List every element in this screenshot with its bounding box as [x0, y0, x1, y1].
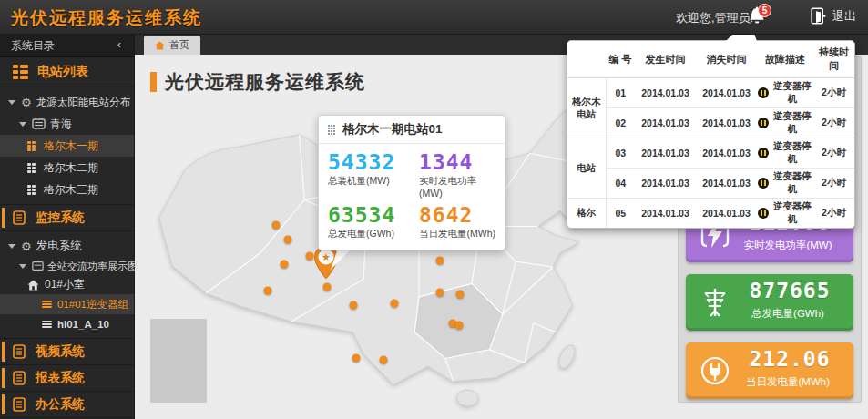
folder-panel-icon	[32, 117, 46, 131]
card-total-generation[interactable]: 877665 总发电量(GWh)	[686, 274, 853, 331]
metric-label: 总装机量(MW)	[328, 175, 415, 188]
cell-duration: 2小时	[813, 169, 854, 199]
station-group-label: 格尔	[567, 199, 606, 229]
alarm-count-badge: 5	[758, 4, 771, 17]
metric-total-generation: 63534 总发电量(GWh)	[328, 204, 415, 240]
sidebar-collapse-button[interactable]: ‹	[112, 38, 127, 53]
cell-duration: 2小时	[813, 199, 854, 229]
station-metrics: 54332 总装机量(MW) 1344 实时发电功率(MW) 63534 总发电…	[319, 144, 505, 250]
expand-triangle-icon[interactable]	[8, 244, 15, 249]
station-dot[interactable]	[281, 261, 289, 269]
cell-no: 04	[606, 169, 635, 199]
cell-clear: 2014.01.03	[696, 138, 757, 169]
station-dot[interactable]	[436, 289, 444, 297]
cell-fault: 逆变器停机	[757, 199, 813, 229]
expand-triangle-icon[interactable]	[8, 100, 15, 105]
tab-home[interactable]: 首页	[144, 36, 200, 55]
cell-duration: 2小时	[813, 108, 854, 138]
station-list-label: 电站列表	[37, 64, 88, 80]
cell-duration: 2小时	[813, 78, 854, 108]
alarm-row: 04 2014.01.03 2014.01.03 逆变器停机 2小时	[567, 169, 854, 199]
exit-door-icon	[811, 7, 826, 25]
card-daily-generation[interactable]: 212.06 当日发电量(MWh)	[686, 342, 853, 399]
gear-icon: ⚙	[21, 240, 32, 253]
station-dot[interactable]	[272, 221, 281, 230]
station-popup-header: 格尔木一期电站01	[319, 116, 505, 144]
logout-button[interactable]: 退出	[811, 7, 856, 25]
station-dot[interactable]	[264, 287, 272, 295]
sidebar-item-phase3[interactable]: 格尔木三期	[0, 179, 134, 200]
inverter-bars-icon	[42, 301, 52, 308]
sidebar-item-province[interactable]: 青海	[0, 113, 134, 135]
cell-no: 05	[606, 199, 635, 229]
generation-label: 发电系统	[36, 239, 82, 254]
sidebar-item-office[interactable]: 办公系统	[0, 391, 134, 418]
chart-panel-icon	[32, 259, 44, 273]
sidebar-item-video[interactable]: 视频系统	[0, 338, 134, 365]
station-dot[interactable]	[380, 356, 388, 364]
phase2-label: 格尔木二期	[44, 160, 98, 176]
sidebar-item-phase2[interactable]: 格尔木二期	[0, 157, 134, 179]
cell-fault: 逆变器停机	[757, 169, 813, 199]
expand-triangle-icon[interactable]	[19, 264, 26, 269]
station-dot[interactable]	[350, 301, 358, 310]
metric-value: 1344	[419, 151, 495, 173]
cell-clear: 2014.01.03	[696, 78, 757, 108]
card-label: 总发电量(GWh)	[728, 307, 848, 321]
cell-duration: 2小时	[813, 138, 854, 169]
alarm-bell-button[interactable]: 5	[747, 5, 774, 31]
sidebar-item-device[interactable]: hl01_A_10	[0, 314, 134, 334]
cell-clear: 2014.01.03	[696, 169, 757, 199]
station-dot[interactable]	[436, 257, 444, 265]
video-system-icon	[13, 344, 26, 359]
station-grid-icon	[27, 141, 37, 151]
home-icon	[155, 41, 165, 50]
fault-pause-icon	[758, 208, 769, 219]
station-dot[interactable]	[456, 291, 465, 299]
cell-fault: 逆变器停机	[757, 108, 813, 138]
monitor-system-icon	[13, 210, 26, 225]
distribution-label: 龙源太阳能电站分布	[36, 96, 131, 109]
cell-occur: 2014.01.03	[635, 78, 696, 108]
col-duration: 持续时间	[813, 41, 854, 78]
col-no: 编 号	[606, 41, 635, 78]
map-inset-box	[150, 319, 207, 403]
sidebar-item-station-list[interactable]: 电站列表	[0, 57, 134, 87]
sidebar-item-monitor[interactable]: 监控系统	[0, 204, 134, 231]
gear-icon: ⚙	[21, 96, 32, 109]
cell-clear: 2014.01.03	[696, 199, 757, 229]
logout-label: 退出	[832, 8, 856, 25]
room-label: 01#小室	[45, 277, 85, 292]
sidebar-item-inverter-group[interactable]: 01#01逆变器组	[0, 294, 134, 314]
expand-triangle-icon[interactable]	[19, 122, 26, 127]
card-label: 实时发电功率(MW)	[728, 239, 848, 252]
province-label: 青海	[50, 117, 72, 132]
col-fault-desc: 故障描述	[757, 41, 813, 78]
sidebar-item-generation[interactable]: ⚙ 发电系统	[0, 235, 134, 257]
sidebar-item-room[interactable]: 01#小室	[0, 275, 134, 294]
sidebar-item-distribution[interactable]: ⚙ 龙源太阳能电站分布	[0, 91, 134, 113]
station-popup-title: 格尔木一期电站01	[342, 121, 443, 138]
house-icon	[27, 280, 39, 291]
station-dot[interactable]	[391, 300, 399, 308]
sidebar-item-ac-power-chart[interactable]: 全站交流功率展示图	[0, 257, 134, 275]
station-dot[interactable]	[352, 354, 361, 363]
cell-occur: 2014.01.03	[635, 199, 696, 229]
station-dot[interactable]	[323, 283, 332, 291]
station-grid-icon	[27, 185, 37, 195]
cell-clear: 2014.01.03	[696, 108, 757, 138]
alarm-row: 02 2014.01.03 2014.01.03 逆变器停机 2小时	[567, 108, 854, 138]
cell-occur: 2014.01.03	[635, 108, 696, 138]
sidebar-item-report[interactable]: 报表系统	[0, 364, 134, 392]
station-list-icon	[13, 65, 28, 79]
metric-value: 63534	[328, 204, 415, 226]
sidebar-item-phase1[interactable]: 格尔木一期	[0, 135, 134, 157]
station-dot[interactable]	[455, 322, 464, 330]
cell-no: 02	[606, 108, 635, 138]
alarm-row: 格尔木电站 01 2014.01.03 2014.01.03 逆变器停机 2小时	[567, 78, 854, 108]
station-dot[interactable]	[284, 236, 292, 244]
drag-handle-icon[interactable]	[328, 125, 335, 135]
office-label: 办公系统	[36, 396, 85, 413]
report-label: 报表系统	[36, 370, 85, 386]
metric-label: 当日发电量(MWh)	[419, 228, 495, 240]
